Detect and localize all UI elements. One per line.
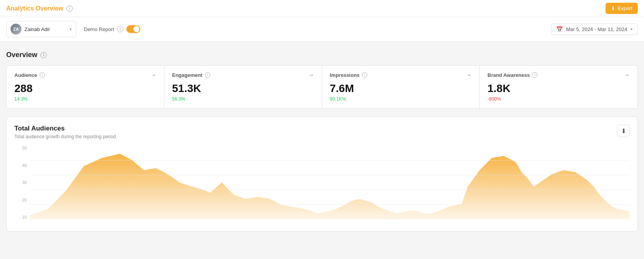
- chart-title-group: Total Audiences Total audience growth du…: [14, 125, 117, 139]
- card-info-icon-impressions[interactable]: i: [362, 72, 367, 78]
- demo-report-info-icon[interactable]: i: [117, 26, 123, 32]
- card-change-audience: 14.3%: [14, 96, 33, 102]
- y-axis-label: 20: [14, 198, 30, 202]
- user-selector-chevron-icon: ▾: [70, 27, 72, 32]
- calendar-icon: 📅: [556, 26, 563, 32]
- app-header: Analytics Overview i ⬇ Export: [0, 0, 644, 17]
- card-audience: Audience i → 288 14.3%: [7, 66, 164, 108]
- card-value-impressions: 7.6M: [330, 83, 354, 95]
- sparkline-audience: [39, 83, 156, 102]
- chart-download-button[interactable]: ⬇: [617, 125, 630, 137]
- y-axis-label: 30: [14, 180, 30, 185]
- chart-header: Total Audiences Total audience growth du…: [14, 125, 630, 139]
- card-body-audience: 288 14.3%: [14, 83, 156, 102]
- y-axis: 5040302010: [14, 146, 30, 223]
- download-icon: ⬇: [621, 127, 626, 135]
- card-header-engagement: Engagement i →: [172, 72, 314, 78]
- header-left: Analytics Overview i: [6, 5, 73, 12]
- card-arrow-icon-engagement[interactable]: →: [309, 72, 314, 78]
- sparkline-brand_awareness: [517, 83, 630, 102]
- total-audiences-chart-section: Total Audiences Total audience growth du…: [6, 116, 638, 231]
- user-name: Zainab Adil: [24, 26, 66, 32]
- card-value-brand_awareness: 1.8K: [487, 83, 510, 95]
- toolbar: ZA Zainab Adil ▾ Demo Report i 📅 Mar 5, …: [0, 17, 644, 42]
- card-title-engagement: Engagement: [172, 72, 202, 78]
- card-value-section: 7.6M 90.1K%: [330, 83, 354, 102]
- card-title-impressions: Impressions: [330, 72, 360, 78]
- card-title-row: Impressions i: [330, 72, 368, 78]
- avatar: ZA: [10, 24, 21, 35]
- card-arrow-icon-brand_awareness[interactable]: →: [624, 72, 630, 78]
- card-title-row: Audience i: [14, 72, 45, 78]
- overview-info-icon[interactable]: i: [40, 52, 47, 58]
- card-arrow-icon-impressions[interactable]: →: [466, 72, 471, 78]
- card-body-brand_awareness: 1.8K -800%: [487, 83, 630, 102]
- y-axis-label: 50: [14, 146, 30, 150]
- card-title-row: Brand Awareness i: [487, 72, 538, 78]
- card-change-engagement: 56.3%: [172, 96, 201, 102]
- card-arrow-icon-audience[interactable]: →: [151, 72, 156, 78]
- card-info-icon-audience[interactable]: i: [40, 72, 45, 78]
- sparkline-engagement: [207, 83, 314, 102]
- card-value-section: 51.3K 56.3%: [172, 83, 201, 102]
- y-axis-label: 10: [14, 215, 30, 219]
- card-header-audience: Audience i →: [14, 72, 156, 78]
- demo-report-toggle-group: Demo Report i: [84, 25, 140, 33]
- card-title-brand_awareness: Brand Awareness: [487, 72, 530, 78]
- card-info-icon-engagement[interactable]: i: [205, 72, 210, 78]
- app-title: Analytics Overview: [6, 5, 63, 12]
- card-change-impressions: 90.1K%: [330, 96, 354, 102]
- card-body-impressions: 7.6M 90.1K%: [330, 83, 472, 102]
- header-info-icon[interactable]: i: [66, 5, 73, 12]
- export-button[interactable]: ⬇ Export: [606, 3, 638, 14]
- card-change-brand_awareness: -800%: [487, 96, 510, 102]
- y-axis-label: 40: [14, 163, 30, 168]
- date-range-chevron-icon: ▾: [630, 27, 633, 32]
- demo-report-toggle[interactable]: [126, 25, 140, 33]
- overview-section-title: Overview i: [6, 51, 638, 59]
- card-value-engagement: 51.3K: [172, 83, 201, 95]
- user-selector[interactable]: ZA Zainab Adil ▾: [6, 21, 76, 37]
- chart-plot: [30, 146, 630, 219]
- main-content: Overview i Audience i → 288 14.3%: [0, 42, 644, 241]
- chart-subtitle: Total audience growth during the reporti…: [14, 134, 117, 139]
- sparkline-impressions: [360, 83, 472, 102]
- export-icon: ⬇: [611, 5, 615, 11]
- card-value-section: 288 14.3%: [14, 83, 33, 102]
- card-brand_awareness: Brand Awareness i → 1.8K -800%: [480, 66, 637, 108]
- card-header-brand_awareness: Brand Awareness i →: [487, 72, 630, 78]
- date-range-picker[interactable]: 📅 Mar 5, 2024 - Mar 11, 2024 ▾: [551, 23, 638, 35]
- card-engagement: Engagement i → 51.3K 56.3%: [164, 66, 322, 108]
- card-impressions: Impressions i → 7.6M 90.1K%: [322, 66, 480, 108]
- card-title-audience: Audience: [14, 72, 37, 78]
- card-title-row: Engagement i: [172, 72, 210, 78]
- date-range-text: Mar 5, 2024 - Mar 11, 2024: [566, 26, 627, 32]
- demo-report-label: Demo Report: [84, 26, 114, 32]
- chart-title: Total Audiences: [14, 125, 117, 132]
- overview-cards-grid: Audience i → 288 14.3% Engagement i →: [6, 65, 638, 109]
- card-value-audience: 288: [14, 83, 33, 95]
- card-header-impressions: Impressions i →: [330, 72, 472, 78]
- card-info-icon-brand_awareness[interactable]: i: [532, 72, 538, 78]
- export-label: Export: [618, 5, 632, 11]
- chart-area: 5040302010: [14, 146, 630, 223]
- toolbar-left: ZA Zainab Adil ▾ Demo Report i: [6, 21, 140, 37]
- card-value-section: 1.8K -800%: [487, 83, 510, 102]
- card-body-engagement: 51.3K 56.3%: [172, 83, 314, 102]
